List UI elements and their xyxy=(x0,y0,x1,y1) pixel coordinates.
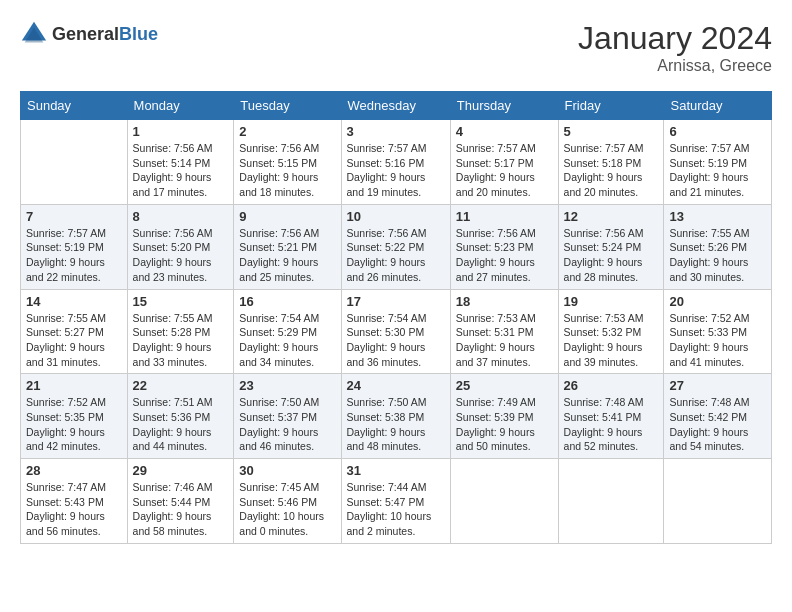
table-row: 14 Sunrise: 7:55 AM Sunset: 5:27 PM Dayl… xyxy=(21,289,128,374)
header-sunday: Sunday xyxy=(21,92,128,120)
logo-icon xyxy=(20,20,48,48)
day-info: Sunrise: 7:54 AM Sunset: 5:30 PM Dayligh… xyxy=(347,311,445,370)
day-number: 21 xyxy=(26,378,122,393)
day-info: Sunrise: 7:50 AM Sunset: 5:37 PM Dayligh… xyxy=(239,395,335,454)
sunset: Sunset: 5:42 PM xyxy=(669,411,747,423)
sunrise: Sunrise: 7:56 AM xyxy=(133,142,213,154)
page-header: GeneralBlue January 2024 Arnissa, Greece xyxy=(20,20,772,75)
day-number: 2 xyxy=(239,124,335,139)
sunrise: Sunrise: 7:52 AM xyxy=(26,396,106,408)
daylight: Daylight: 9 hours and 39 minutes. xyxy=(564,341,643,368)
sunrise: Sunrise: 7:57 AM xyxy=(669,142,749,154)
day-number: 31 xyxy=(347,463,445,478)
sunrise: Sunrise: 7:56 AM xyxy=(456,227,536,239)
sunrise: Sunrise: 7:57 AM xyxy=(564,142,644,154)
header-wednesday: Wednesday xyxy=(341,92,450,120)
daylight: Daylight: 9 hours and 34 minutes. xyxy=(239,341,318,368)
calendar-week-row: 1 Sunrise: 7:56 AM Sunset: 5:14 PM Dayli… xyxy=(21,120,772,205)
day-info: Sunrise: 7:54 AM Sunset: 5:29 PM Dayligh… xyxy=(239,311,335,370)
table-row: 23 Sunrise: 7:50 AM Sunset: 5:37 PM Dayl… xyxy=(234,374,341,459)
day-info: Sunrise: 7:56 AM Sunset: 5:24 PM Dayligh… xyxy=(564,226,659,285)
table-row: 25 Sunrise: 7:49 AM Sunset: 5:39 PM Dayl… xyxy=(450,374,558,459)
daylight: Daylight: 9 hours and 48 minutes. xyxy=(347,426,426,453)
sunset: Sunset: 5:28 PM xyxy=(133,326,211,338)
day-number: 12 xyxy=(564,209,659,224)
calendar-table: Sunday Monday Tuesday Wednesday Thursday… xyxy=(20,91,772,544)
day-info: Sunrise: 7:45 AM Sunset: 5:46 PM Dayligh… xyxy=(239,480,335,539)
daylight: Daylight: 10 hours and 0 minutes. xyxy=(239,510,324,537)
sunrise: Sunrise: 7:52 AM xyxy=(669,312,749,324)
day-number: 8 xyxy=(133,209,229,224)
day-number: 6 xyxy=(669,124,766,139)
day-info: Sunrise: 7:56 AM Sunset: 5:15 PM Dayligh… xyxy=(239,141,335,200)
calendar-week-row: 7 Sunrise: 7:57 AM Sunset: 5:19 PM Dayli… xyxy=(21,204,772,289)
table-row: 21 Sunrise: 7:52 AM Sunset: 5:35 PM Dayl… xyxy=(21,374,128,459)
sunrise: Sunrise: 7:53 AM xyxy=(456,312,536,324)
day-number: 9 xyxy=(239,209,335,224)
table-row: 6 Sunrise: 7:57 AM Sunset: 5:19 PM Dayli… xyxy=(664,120,772,205)
daylight: Daylight: 10 hours and 2 minutes. xyxy=(347,510,432,537)
daylight: Daylight: 9 hours and 44 minutes. xyxy=(133,426,212,453)
sunset: Sunset: 5:30 PM xyxy=(347,326,425,338)
day-info: Sunrise: 7:48 AM Sunset: 5:42 PM Dayligh… xyxy=(669,395,766,454)
day-info: Sunrise: 7:56 AM Sunset: 5:22 PM Dayligh… xyxy=(347,226,445,285)
sunset: Sunset: 5:47 PM xyxy=(347,496,425,508)
day-info: Sunrise: 7:56 AM Sunset: 5:20 PM Dayligh… xyxy=(133,226,229,285)
daylight: Daylight: 9 hours and 36 minutes. xyxy=(347,341,426,368)
daylight: Daylight: 9 hours and 50 minutes. xyxy=(456,426,535,453)
table-row: 7 Sunrise: 7:57 AM Sunset: 5:19 PM Dayli… xyxy=(21,204,128,289)
calendar-week-row: 28 Sunrise: 7:47 AM Sunset: 5:43 PM Dayl… xyxy=(21,459,772,544)
day-number: 27 xyxy=(669,378,766,393)
table-row: 30 Sunrise: 7:45 AM Sunset: 5:46 PM Dayl… xyxy=(234,459,341,544)
sunset: Sunset: 5:15 PM xyxy=(239,157,317,169)
day-info: Sunrise: 7:47 AM Sunset: 5:43 PM Dayligh… xyxy=(26,480,122,539)
day-number: 28 xyxy=(26,463,122,478)
calendar-title: January 2024 xyxy=(578,20,772,57)
day-number: 11 xyxy=(456,209,553,224)
table-row: 22 Sunrise: 7:51 AM Sunset: 5:36 PM Dayl… xyxy=(127,374,234,459)
header-tuesday: Tuesday xyxy=(234,92,341,120)
day-info: Sunrise: 7:46 AM Sunset: 5:44 PM Dayligh… xyxy=(133,480,229,539)
calendar-subtitle: Arnissa, Greece xyxy=(578,57,772,75)
day-number: 19 xyxy=(564,294,659,309)
day-number: 16 xyxy=(239,294,335,309)
table-row: 29 Sunrise: 7:46 AM Sunset: 5:44 PM Dayl… xyxy=(127,459,234,544)
sunrise: Sunrise: 7:54 AM xyxy=(239,312,319,324)
sunset: Sunset: 5:41 PM xyxy=(564,411,642,423)
sunrise: Sunrise: 7:57 AM xyxy=(456,142,536,154)
table-row: 17 Sunrise: 7:54 AM Sunset: 5:30 PM Dayl… xyxy=(341,289,450,374)
sunset: Sunset: 5:44 PM xyxy=(133,496,211,508)
sunrise: Sunrise: 7:50 AM xyxy=(239,396,319,408)
daylight: Daylight: 9 hours and 52 minutes. xyxy=(564,426,643,453)
sunrise: Sunrise: 7:56 AM xyxy=(133,227,213,239)
day-number: 1 xyxy=(133,124,229,139)
table-row: 4 Sunrise: 7:57 AM Sunset: 5:17 PM Dayli… xyxy=(450,120,558,205)
sunrise: Sunrise: 7:54 AM xyxy=(347,312,427,324)
table-row: 16 Sunrise: 7:54 AM Sunset: 5:29 PM Dayl… xyxy=(234,289,341,374)
table-row: 28 Sunrise: 7:47 AM Sunset: 5:43 PM Dayl… xyxy=(21,459,128,544)
sunrise: Sunrise: 7:45 AM xyxy=(239,481,319,493)
sunrise: Sunrise: 7:48 AM xyxy=(564,396,644,408)
daylight: Daylight: 9 hours and 41 minutes. xyxy=(669,341,748,368)
daylight: Daylight: 9 hours and 42 minutes. xyxy=(26,426,105,453)
table-row: 8 Sunrise: 7:56 AM Sunset: 5:20 PM Dayli… xyxy=(127,204,234,289)
day-info: Sunrise: 7:52 AM Sunset: 5:33 PM Dayligh… xyxy=(669,311,766,370)
sunset: Sunset: 5:20 PM xyxy=(133,241,211,253)
day-number: 26 xyxy=(564,378,659,393)
daylight: Daylight: 9 hours and 19 minutes. xyxy=(347,171,426,198)
day-number: 4 xyxy=(456,124,553,139)
daylight: Daylight: 9 hours and 27 minutes. xyxy=(456,256,535,283)
sunset: Sunset: 5:26 PM xyxy=(669,241,747,253)
day-info: Sunrise: 7:57 AM Sunset: 5:18 PM Dayligh… xyxy=(564,141,659,200)
day-info: Sunrise: 7:57 AM Sunset: 5:19 PM Dayligh… xyxy=(26,226,122,285)
day-info: Sunrise: 7:57 AM Sunset: 5:17 PM Dayligh… xyxy=(456,141,553,200)
sunset: Sunset: 5:16 PM xyxy=(347,157,425,169)
table-row xyxy=(21,120,128,205)
table-row: 12 Sunrise: 7:56 AM Sunset: 5:24 PM Dayl… xyxy=(558,204,664,289)
table-row: 15 Sunrise: 7:55 AM Sunset: 5:28 PM Dayl… xyxy=(127,289,234,374)
day-number: 7 xyxy=(26,209,122,224)
day-info: Sunrise: 7:51 AM Sunset: 5:36 PM Dayligh… xyxy=(133,395,229,454)
daylight: Daylight: 9 hours and 17 minutes. xyxy=(133,171,212,198)
day-number: 15 xyxy=(133,294,229,309)
sunset: Sunset: 5:46 PM xyxy=(239,496,317,508)
